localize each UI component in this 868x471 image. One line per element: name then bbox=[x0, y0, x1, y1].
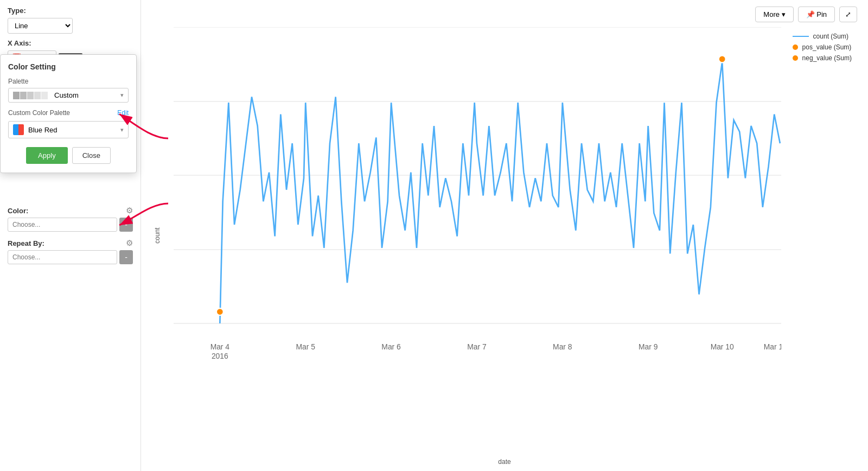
svg-text:Mar 9: Mar 9 bbox=[639, 342, 658, 351]
top-right-actions: More ▾ 📌 Pin ⤢ bbox=[755, 7, 857, 22]
palette-chevron-icon: ▾ bbox=[120, 92, 124, 99]
x-axis-label: date bbox=[498, 458, 510, 466]
color-minus-button[interactable]: - bbox=[119, 218, 133, 232]
legend-pos-label: pos_value (Sum) bbox=[802, 43, 852, 51]
chart-svg: 0 5 10 15 Mar 4 2016 Mar 5 Mar 6 Mar 7 M… bbox=[174, 27, 781, 422]
palette-label: Palette bbox=[8, 78, 129, 85]
blue-red-label: Blue Red bbox=[28, 126, 116, 134]
legend-item-neg: neg_value (Sum) bbox=[793, 54, 852, 62]
legend: count (Sum) pos_value (Sum) neg_value (S… bbox=[793, 33, 852, 62]
custom-palette-label: Custom Color Palette bbox=[8, 109, 70, 117]
svg-text:Mar 8: Mar 8 bbox=[553, 342, 572, 351]
expand-button[interactable]: ⤢ bbox=[839, 7, 857, 22]
type-label: Type: bbox=[8, 7, 133, 15]
svg-text:Mar 6: Mar 6 bbox=[381, 342, 401, 351]
type-select[interactable]: Line Bar Area bbox=[8, 18, 73, 34]
pin-label: 📌 Pin bbox=[806, 10, 827, 18]
palette-select-button[interactable]: Custom ▾ bbox=[8, 88, 129, 103]
edit-link[interactable]: Edit bbox=[117, 109, 129, 117]
palette-preview bbox=[13, 92, 48, 99]
popup-title: Color Setting bbox=[8, 62, 129, 71]
color-section-label: Color: bbox=[8, 207, 28, 215]
color-choose-input[interactable] bbox=[8, 218, 117, 232]
color-section: Color: ⚙ - Repeat By: ⚙ - bbox=[8, 206, 133, 264]
legend-item-count: count (Sum) bbox=[793, 33, 852, 40]
blue-red-select-button[interactable]: Blue Red ▾ bbox=[8, 121, 129, 138]
palette-name: Custom bbox=[54, 91, 116, 99]
repeat-gear-icon[interactable]: ⚙ bbox=[126, 238, 133, 248]
more-button[interactable]: More ▾ bbox=[755, 7, 793, 22]
legend-line-icon bbox=[793, 36, 809, 37]
repeat-choose-input[interactable] bbox=[8, 250, 117, 264]
xaxis-label: X Axis: bbox=[8, 39, 133, 47]
chart-svg-container: 0 5 10 15 Mar 4 2016 Mar 5 Mar 6 Mar 7 M… bbox=[174, 27, 781, 422]
svg-text:2016: 2016 bbox=[212, 352, 228, 360]
svg-text:Mar 5: Mar 5 bbox=[296, 342, 315, 351]
legend-neg-label: neg_value (Sum) bbox=[802, 54, 852, 62]
svg-point-18 bbox=[216, 308, 224, 315]
legend-item-pos: pos_value (Sum) bbox=[793, 43, 852, 51]
legend-dot-pos-icon bbox=[793, 44, 798, 50]
apply-button[interactable]: Apply bbox=[26, 147, 68, 164]
repeat-minus-button[interactable]: - bbox=[119, 250, 133, 264]
close-button[interactable]: Close bbox=[72, 147, 111, 164]
repeat-by-label: Repeat By: bbox=[8, 239, 44, 247]
blue-red-swatch bbox=[13, 124, 24, 135]
svg-text:Mar 4: Mar 4 bbox=[210, 342, 230, 351]
svg-point-19 bbox=[719, 55, 726, 62]
svg-text:Mar 7: Mar 7 bbox=[467, 342, 487, 351]
pin-button[interactable]: 📌 Pin bbox=[798, 7, 835, 22]
more-label: More ▾ bbox=[763, 10, 785, 18]
blue-red-chevron-icon: ▾ bbox=[120, 126, 124, 133]
expand-icon: ⤢ bbox=[845, 10, 851, 18]
left-panel: Type: Line Bar Area X Axis: 📅 date HOUR … bbox=[0, 0, 141, 471]
legend-dot-neg-icon bbox=[793, 55, 798, 61]
svg-text:Mar 10: Mar 10 bbox=[711, 342, 734, 351]
chart-area: More ▾ 📌 Pin ⤢ count (Sum) pos_value (Su… bbox=[141, 0, 868, 471]
legend-count-label: count (Sum) bbox=[813, 33, 848, 40]
color-setting-popup: Color Setting Palette Custom ▾ bbox=[0, 54, 137, 173]
svg-text:Mar 11: Mar 11 bbox=[764, 342, 781, 351]
color-gear-icon[interactable]: ⚙ bbox=[126, 206, 133, 215]
y-axis-label: count bbox=[154, 227, 161, 243]
